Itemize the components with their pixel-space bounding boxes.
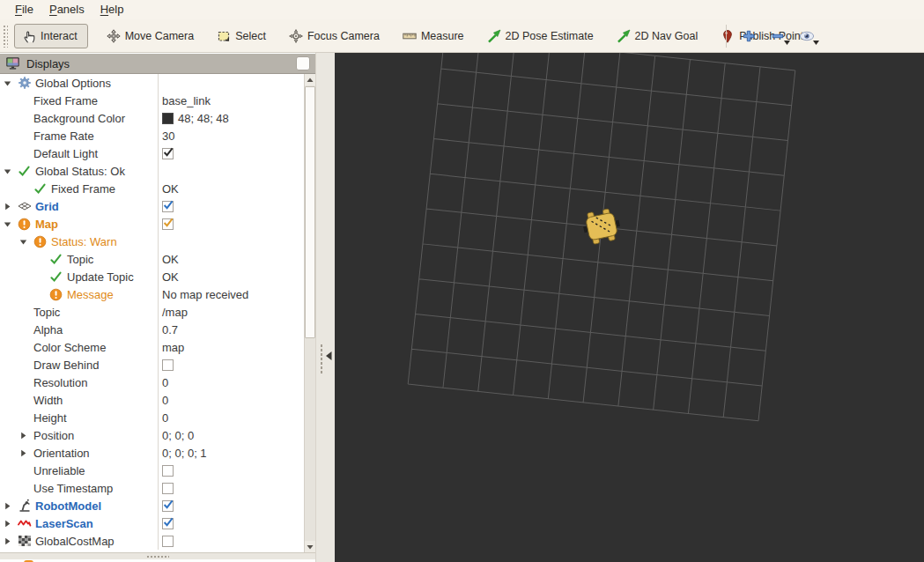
tree-value[interactable] xyxy=(158,462,315,479)
scroll-down-icon[interactable] xyxy=(305,541,315,552)
3d-viewport[interactable] xyxy=(335,53,924,562)
scrollbar-thumb[interactable] xyxy=(305,86,315,338)
tool-2d-pose-estimate[interactable]: 2D Pose Estimate xyxy=(481,24,600,48)
tool-interact[interactable]: Interact xyxy=(14,24,88,48)
tree-row-height[interactable]: Height0 xyxy=(0,409,315,426)
toolbar-action-tool-visibility-eye-icon[interactable] xyxy=(795,24,818,48)
toolbar-action-add-tool-icon[interactable] xyxy=(737,24,760,48)
tree-value[interactable] xyxy=(158,215,315,233)
tool-select[interactable]: Select xyxy=(211,24,272,48)
tree-value[interactable]: 30 xyxy=(158,127,315,144)
tree-row-grid[interactable]: Grid xyxy=(0,197,315,215)
tree-value[interactable]: 0.7 xyxy=(158,321,315,338)
tree-value[interactable]: /map xyxy=(158,303,315,321)
tree-value[interactable]: 0 xyxy=(158,409,315,426)
tree-value[interactable]: 48; 48; 48 xyxy=(158,109,315,127)
tree-value[interactable] xyxy=(158,514,315,532)
tree-row-orientation[interactable]: Orientation0; 0; 0; 1 xyxy=(0,444,315,462)
tree-scrollbar[interactable] xyxy=(304,74,315,552)
tree-value[interactable] xyxy=(158,356,315,373)
tree-row-background-color[interactable]: Background Color48; 48; 48 xyxy=(0,109,315,127)
tree-value[interactable]: OK xyxy=(158,250,315,268)
tree-row-use-timestamp[interactable]: Use Timestamp xyxy=(0,479,315,497)
tree-row-global-status-ok[interactable]: Global Status: Ok xyxy=(0,162,315,180)
toolbar-drag-handle[interactable] xyxy=(3,25,8,48)
tool-focus-camera[interactable]: Focus Camera xyxy=(283,24,386,48)
tree-row-laserscan[interactable]: LaserScan xyxy=(0,514,315,532)
panel-corner-button[interactable] xyxy=(296,56,310,70)
tree-row-map[interactable]: Map xyxy=(0,215,315,233)
dropdown-caret-icon[interactable] xyxy=(784,34,790,48)
tree-value[interactable] xyxy=(158,74,315,92)
tree-value[interactable] xyxy=(158,162,315,180)
checkbox[interactable] xyxy=(162,483,174,494)
tree-row-status-warn[interactable]: Status: Warn xyxy=(0,233,315,250)
menu-file[interactable]: File xyxy=(7,0,41,19)
tree-value[interactable] xyxy=(158,144,315,162)
checkbox[interactable] xyxy=(162,218,174,230)
menu-panels[interactable]: Panels xyxy=(41,0,92,19)
tree-row-globalcostmap[interactable]: GlobalCostMap xyxy=(0,532,315,550)
tree-row-frame-rate[interactable]: Frame Rate30 xyxy=(0,127,315,144)
expander-open-icon[interactable] xyxy=(4,167,18,175)
tool-move-camera[interactable]: Move Camera xyxy=(100,24,201,48)
expander-open-icon[interactable] xyxy=(19,238,33,246)
expander-open-icon[interactable] xyxy=(4,79,18,87)
displays-panel-header[interactable]: Displays xyxy=(0,54,315,74)
tree-row-position[interactable]: Position0; 0; 0 xyxy=(0,426,315,444)
tree-value[interactable]: OK xyxy=(158,180,315,197)
tree-value[interactable] xyxy=(158,532,315,550)
checkbox[interactable] xyxy=(162,359,174,371)
tool-2d-nav-goal[interactable]: 2D Nav Goal xyxy=(610,24,705,48)
tree-row-update-topic[interactable]: Update TopicOK xyxy=(0,268,315,285)
tree-value[interactable]: map xyxy=(158,338,315,356)
expander-closed-icon[interactable] xyxy=(4,520,18,528)
color-swatch[interactable] xyxy=(162,113,174,124)
tree-value[interactable] xyxy=(158,233,315,250)
checkbox[interactable] xyxy=(162,201,174,212)
toolbar-action-remove-tool-icon[interactable] xyxy=(766,24,789,48)
tree-value[interactable]: No map received xyxy=(158,285,315,303)
tree-row-topic[interactable]: Topic/map xyxy=(0,303,315,321)
vertical-splitter[interactable] xyxy=(315,53,335,562)
menu-help[interactable]: Help xyxy=(92,0,132,19)
expander-closed-icon[interactable] xyxy=(4,203,18,211)
tree-row-message[interactable]: MessageNo map received xyxy=(0,285,315,303)
tree-value[interactable]: OK xyxy=(158,268,315,285)
expander-closed-icon[interactable] xyxy=(19,449,33,457)
tree-value[interactable]: 0; 0; 0; 1 xyxy=(158,444,315,462)
tree-row-color-scheme[interactable]: Color Schememap xyxy=(0,338,315,356)
tree-row-fixed-frame[interactable]: Fixed FrameOK xyxy=(0,180,315,197)
tree-value[interactable] xyxy=(158,497,315,514)
expander-closed-icon[interactable] xyxy=(4,502,18,510)
scroll-up-icon[interactable] xyxy=(305,74,315,85)
expander-open-icon[interactable] xyxy=(4,220,18,228)
checkbox[interactable] xyxy=(162,148,174,159)
expander-closed-icon[interactable] xyxy=(19,432,33,440)
tree-row-global-options[interactable]: Global Options xyxy=(0,74,315,92)
tree-row-resolution[interactable]: Resolution0 xyxy=(0,373,315,391)
tree-row-default-light[interactable]: Default Light xyxy=(0,144,315,162)
tree-value[interactable] xyxy=(158,197,315,215)
tree-row-alpha[interactable]: Alpha0.7 xyxy=(0,321,315,338)
expander-closed-icon[interactable] xyxy=(4,537,18,545)
checkbox[interactable] xyxy=(162,465,174,477)
tree-value[interactable] xyxy=(158,479,315,497)
tree-row-draw-behind[interactable]: Draw Behind xyxy=(0,356,315,373)
tree-value[interactable]: 0 xyxy=(158,373,315,391)
tree-row-fixed-frame[interactable]: Fixed Framebase_link xyxy=(0,92,315,109)
checkbox[interactable] xyxy=(162,536,174,547)
tree-row-width[interactable]: Width0 xyxy=(0,391,315,409)
tree-value[interactable]: 0; 0; 0 xyxy=(158,426,315,444)
splitter-collapse-icon[interactable] xyxy=(324,351,333,361)
dropdown-caret-icon[interactable] xyxy=(813,34,819,48)
tree-value[interactable]: 0 xyxy=(158,391,315,409)
checkbox[interactable] xyxy=(162,518,174,529)
tree-row-topic[interactable]: TopicOK xyxy=(0,250,315,268)
tree-value[interactable]: base_link xyxy=(158,92,315,109)
horizontal-splitter[interactable] xyxy=(0,552,315,559)
tree-row-robotmodel[interactable]: RobotModel xyxy=(0,497,315,514)
checkbox[interactable] xyxy=(162,500,174,512)
tree-row-unreliable[interactable]: Unreliable xyxy=(0,462,315,479)
tool-measure[interactable]: Measure xyxy=(396,24,470,48)
